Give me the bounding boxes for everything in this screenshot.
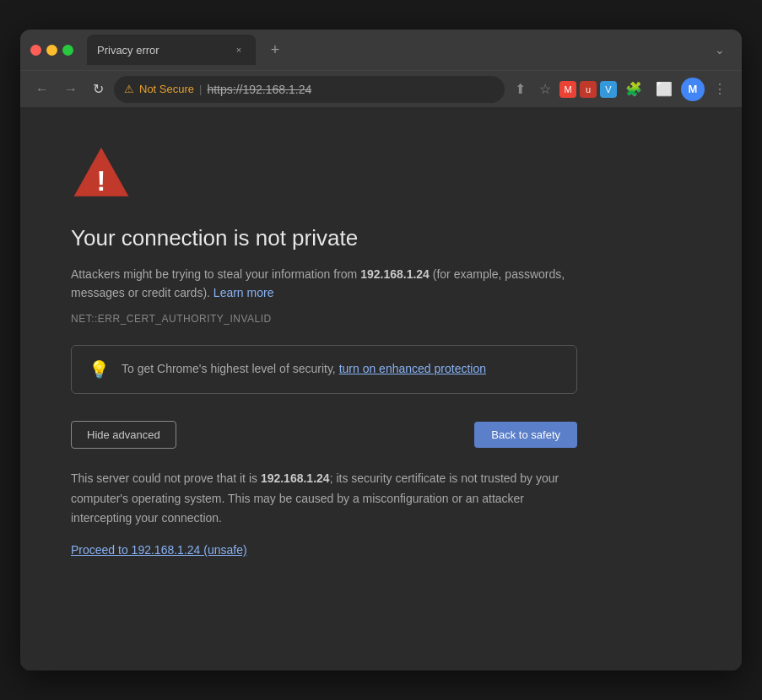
gmail-extension-icon[interactable]: M	[559, 81, 576, 98]
security-tip-box: 💡 To get Chrome's highest level of secur…	[71, 345, 577, 394]
error-code: NET::ERR_CERT_AUTHORITY_INVALID	[71, 313, 691, 325]
forward-button[interactable]: →	[59, 78, 83, 100]
tab-list-chevron[interactable]: ⌄	[708, 40, 732, 60]
page-content: ! Your connection is not private Attacke…	[20, 107, 742, 670]
maximize-window-button[interactable]	[62, 45, 73, 56]
close-window-button[interactable]	[30, 45, 41, 56]
window-button[interactable]: ⬜	[651, 78, 678, 100]
back-button[interactable]: ←	[30, 78, 54, 100]
advanced-text: This server could not prove that it is 1…	[71, 469, 577, 529]
title-bar: Privacy error × + ⌄	[20, 30, 742, 70]
tab-title: Privacy error	[97, 44, 159, 57]
share-icon[interactable]: ⬆	[510, 78, 531, 100]
security-tip-prefix: To get Chrome's highest level of securit…	[122, 362, 339, 375]
hostname-bold: 192.168.1.24	[360, 267, 430, 281]
bookmark-icon[interactable]: ☆	[534, 78, 556, 100]
address-bar: ← → ↻ ⚠ Not Secure | https://192.168.1.2…	[20, 70, 742, 107]
advanced-text-start: This server could not prove that it is	[71, 471, 261, 485]
profile-avatar[interactable]: M	[681, 78, 705, 101]
description-start: Attackers might be trying to steal your …	[71, 267, 360, 281]
more-menu-button[interactable]: ⋮	[708, 78, 732, 100]
url-bar[interactable]: ⚠ Not Secure | https://192.168.1.24	[114, 76, 505, 103]
active-tab[interactable]: Privacy error ×	[87, 35, 256, 65]
new-tab-button[interactable]: +	[262, 37, 288, 62]
button-row: Hide advanced Back to safety	[71, 421, 577, 449]
extension-red-icon[interactable]: u	[580, 81, 597, 98]
minimize-window-button[interactable]	[46, 45, 57, 56]
warning-icon: ⚠	[124, 83, 134, 95]
proceed-unsafe-link[interactable]: Proceed to 192.168.1.24 (unsafe)	[71, 543, 247, 557]
traffic-lights	[30, 45, 73, 56]
not-secure-label: Not Secure	[139, 83, 194, 95]
toolbar-icons: ⬆ ☆ M u V 🧩 ⬜ M ⋮	[510, 78, 732, 101]
lightbulb-icon: 💡	[89, 359, 110, 380]
learn-more-link[interactable]: Learn more	[213, 286, 274, 299]
tab-close-button[interactable]: ×	[232, 43, 246, 57]
security-tip-text: To get Chrome's highest level of securit…	[122, 360, 486, 378]
reload-button[interactable]: ↻	[88, 78, 109, 100]
extensions-button[interactable]: 🧩	[620, 78, 647, 100]
hide-advanced-button[interactable]: Hide advanced	[71, 421, 176, 449]
url-divider: |	[199, 83, 202, 95]
enhanced-protection-link[interactable]: turn on enhanced protection	[339, 362, 486, 375]
advanced-hostname: 192.168.1.24	[261, 471, 330, 485]
browser-window: Privacy error × + ⌄ ← → ↻ ⚠ Not Secure |…	[20, 30, 742, 670]
page-description: Attackers might be trying to steal your …	[71, 265, 577, 303]
page-title: Your connection is not private	[71, 225, 691, 251]
extension-blue-icon[interactable]: V	[600, 81, 617, 98]
back-to-safety-button[interactable]: Back to safety	[474, 422, 577, 448]
warning-triangle-icon: !	[71, 141, 132, 202]
url-text: https://192.168.1.24	[207, 83, 311, 96]
svg-text:!: !	[97, 166, 106, 197]
